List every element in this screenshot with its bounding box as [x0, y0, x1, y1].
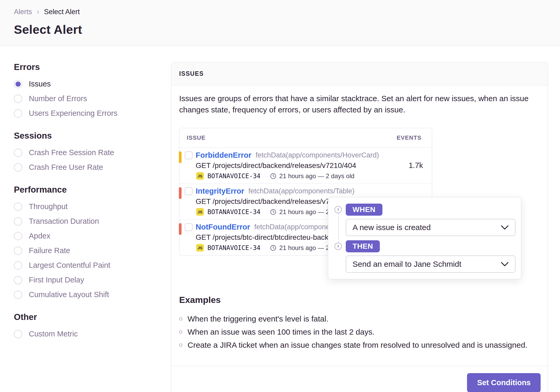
then-group: › THEN Send an email to Jane Schmidt	[334, 240, 516, 273]
sidebar-option-cumulative-layout-shift[interactable]: Cumulative Layout Shift	[14, 290, 171, 300]
radio-selected-icon	[14, 80, 22, 88]
radio-icon	[14, 163, 22, 172]
issue-title-link[interactable]: IntegrityError	[196, 187, 244, 195]
sidebar-option-issues[interactable]: Issues	[14, 79, 171, 89]
section-title: Other	[14, 312, 171, 322]
breadcrumb-current: Select Alert	[44, 8, 80, 16]
chevron-right-circle-icon: ›	[334, 206, 342, 213]
chevron-down-icon	[501, 225, 509, 230]
option-label: Transaction Duration	[29, 217, 99, 226]
then-action-select[interactable]: Send an email to Jane Schmidt	[346, 255, 515, 273]
issue-culprit: fetchData(app/component	[254, 223, 336, 231]
page-title: Select Alert	[14, 22, 560, 37]
issue-title-link[interactable]: ForbiddenError	[196, 151, 251, 160]
column-issue: ISSUE	[187, 134, 206, 141]
option-label: Issues	[29, 80, 51, 88]
sidebar-option-number-of-errors[interactable]: Number of Errors	[14, 94, 171, 104]
main-area: ISSUES Issues are groups of errors that …	[171, 62, 548, 392]
issue-checkbox[interactable]	[185, 187, 193, 195]
javascript-platform-icon: JS	[196, 208, 204, 216]
section-title: Sessions	[14, 131, 171, 141]
examples-title: Examples	[179, 295, 540, 305]
list-item: When the triggering event's level is fat…	[179, 312, 540, 325]
sidebar-option-first-input-delay[interactable]: First Input Delay	[14, 275, 171, 285]
table-row: ForbiddenError fetchData(app/components/…	[179, 148, 432, 184]
radio-icon	[14, 149, 22, 157]
chevron-right-circle-icon: ›	[334, 243, 342, 250]
sidebar-option-users-experiencing-errors[interactable]: Users Experiencing Errors	[14, 108, 171, 118]
sidebar-option-transaction-duration[interactable]: Transaction Duration	[14, 216, 171, 226]
sidebar-option-throughput[interactable]: Throughput	[14, 202, 171, 211]
radio-icon	[14, 232, 22, 240]
list-item: Create a JIRA ticket when an issue chang…	[179, 339, 540, 352]
sidebar-option-crash-free-session-rate[interactable]: Crash Free Session Rate	[14, 148, 171, 157]
option-label: Number of Errors	[29, 94, 87, 103]
clock-icon	[270, 244, 277, 251]
issue-checkbox[interactable]	[185, 223, 193, 231]
option-label: Users Experiencing Errors	[29, 109, 117, 118]
list-item: When an issue was seen 100 times in the …	[179, 325, 540, 339]
panel-footer: Set Conditions	[171, 366, 548, 392]
option-label: Apdex	[29, 232, 50, 240]
content: Errors Issues Number of Errors Users Exp…	[0, 46, 560, 392]
column-events: EVENTS	[397, 134, 421, 141]
option-label: First Input Delay	[29, 276, 84, 284]
issue-age: 21 hours ago — 2 days old	[279, 172, 354, 180]
set-conditions-button[interactable]: Set Conditions	[467, 373, 541, 392]
page-header: Alerts › Select Alert Select Alert	[0, 0, 560, 46]
issue-short-id: BOTANAVOICE-34	[207, 208, 260, 216]
section-sessions: Sessions Crash Free Session Rate Crash F…	[14, 131, 171, 172]
example-text: Create a JIRA ticket when an issue chang…	[188, 339, 527, 352]
issue-checkbox[interactable]	[185, 151, 193, 159]
example-text: When an issue was seen 100 times in the …	[188, 325, 375, 339]
issue-culprit: fetchData(app/components/HoverCard)	[256, 151, 379, 159]
sidebar-option-failure-rate[interactable]: Failure Rate	[14, 246, 171, 255]
when-condition-value: A new issue is created	[353, 223, 431, 232]
option-label: Crash Free User Rate	[29, 163, 103, 172]
section-performance: Performance Throughput Transaction Durat…	[14, 185, 171, 300]
radio-icon	[14, 276, 22, 284]
radio-icon	[14, 247, 22, 255]
panel-header: ISSUES	[171, 62, 548, 85]
issue-short-id: BOTANAVOICE-34	[207, 172, 260, 180]
issue-title-link[interactable]: NotFoundError	[196, 223, 250, 231]
breadcrumb-alerts-link[interactable]: Alerts	[14, 8, 32, 16]
option-label: Crash Free Session Rate	[29, 148, 114, 157]
level-indicator-bar	[179, 187, 182, 199]
option-label: Largest Contentful Paint	[29, 261, 110, 270]
dashed-connector-line	[338, 214, 339, 242]
radio-icon	[14, 291, 22, 299]
javascript-platform-icon: JS	[196, 244, 204, 252]
section-title: Errors	[14, 62, 171, 72]
radio-icon	[14, 109, 22, 118]
section-title: Performance	[14, 185, 171, 195]
clock-icon	[270, 173, 277, 179]
sidebar-option-custom-metric[interactable]: Custom Metric	[14, 329, 171, 339]
radio-icon	[14, 95, 22, 103]
issue-short-id: BOTANAVOICE-34	[207, 244, 260, 252]
then-action-value: Send an email to Jane Schmidt	[353, 260, 461, 269]
chevron-down-icon	[501, 262, 509, 266]
breadcrumb: Alerts › Select Alert	[14, 8, 560, 16]
alert-rule-preview-card: › WHEN A new issue is created › THEN	[328, 197, 521, 279]
bullet-icon	[179, 317, 182, 320]
option-label: Throughput	[29, 202, 68, 211]
issue-culprit: fetchData(app/components/Table)	[248, 187, 354, 195]
examples-list: When the triggering event's level is fat…	[179, 312, 540, 352]
issue-table-header: ISSUE EVENTS	[179, 128, 432, 148]
sidebar-option-apdex[interactable]: Apdex	[14, 231, 171, 241]
sidebar-option-crash-free-user-rate[interactable]: Crash Free User Rate	[14, 162, 171, 172]
level-indicator-bar	[179, 151, 182, 163]
when-condition-select[interactable]: A new issue is created	[346, 219, 515, 236]
bullet-icon	[179, 330, 182, 334]
option-label: Custom Metric	[29, 330, 78, 338]
clock-icon	[270, 209, 277, 215]
radio-icon	[14, 261, 22, 270]
alert-type-sidebar: Errors Issues Number of Errors Users Exp…	[14, 62, 171, 392]
chevron-right-icon: ›	[37, 8, 39, 15]
sidebar-option-largest-contentful-paint[interactable]: Largest Contentful Paint	[14, 260, 171, 270]
option-label: Cumulative Layout Shift	[29, 290, 109, 299]
issues-description: Issues are groups of errors that have a …	[179, 93, 535, 115]
level-indicator-bar	[179, 223, 182, 235]
example-text: When the triggering event's level is fat…	[188, 312, 328, 325]
